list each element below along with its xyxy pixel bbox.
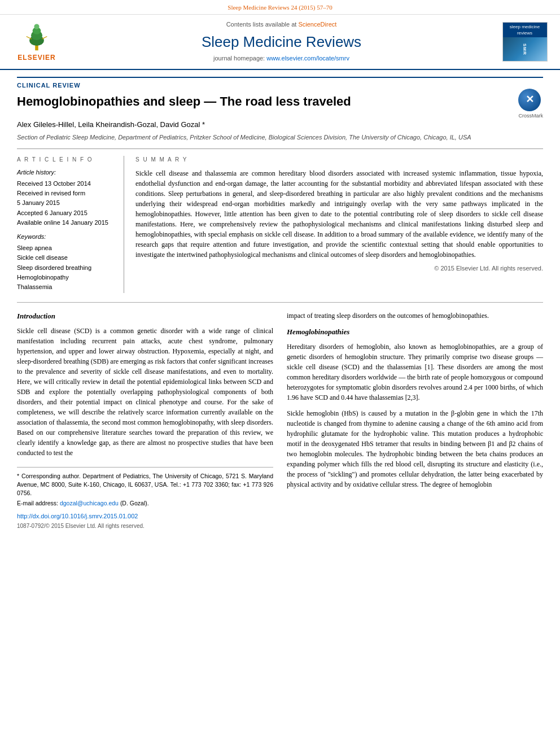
- body-left-col: Introduction Sickle cell disease (SCD) i…: [17, 311, 273, 531]
- svg-point-4: [34, 24, 39, 29]
- smr-logo-image: SMR: [503, 37, 547, 61]
- footnote-email: E-mail address: dgozal@uchicago.edu (D. …: [17, 499, 273, 508]
- affiliation: Section of Pediatric Sleep Medicine, Dep…: [17, 133, 543, 142]
- keyword-2: Sickle cell disease: [17, 254, 116, 262]
- section-tag: CLINICAL REVIEW: [17, 77, 543, 90]
- history-item-1: Received 13 October 2014: [17, 180, 116, 188]
- article-info-summary-section: A R T I C L E I N F O Article history: R…: [17, 148, 543, 293]
- crossmark-icon[interactable]: ✕: [518, 89, 541, 111]
- copyright-line: © 2015 Elsevier Ltd. All rights reserved…: [135, 264, 543, 273]
- footnote-area: * Corresponding author. Department of Pe…: [17, 467, 273, 530]
- page-container: Sleep Medicine Reviews 24 (2015) 57–70 E…: [0, 0, 560, 541]
- article-content: CLINICAL REVIEW Hemoglobinopathies and s…: [0, 70, 560, 542]
- journal-header: ELSEVIER Contents lists available at Sci…: [0, 15, 560, 69]
- article-info-heading: A R T I C L E I N F O: [17, 156, 116, 164]
- history-item-2: Received in revised form: [17, 189, 116, 198]
- hemo-para-1: Hereditary disorders of hemoglobin, also…: [287, 342, 543, 403]
- keyword-1: Sleep apnea: [17, 244, 116, 252]
- journal-title-center: Contents lists available at ScienceDirec…: [68, 20, 495, 63]
- summary-text: Sickle cell disease and thalassemia are …: [135, 168, 543, 260]
- history-item-4: Accepted 6 January 2015: [17, 209, 116, 217]
- elsevier-logo: ELSEVIER: [11, 20, 62, 63]
- section-divider: [17, 302, 543, 303]
- smr-logo-top: sleep medicine reviews: [503, 23, 547, 37]
- history-item-3: 5 January 2015: [17, 199, 116, 207]
- keyword-5: Thalassemia: [17, 283, 116, 291]
- elsevier-tree-icon: [20, 21, 54, 52]
- journal-logo-right: sleep medicine reviews SMR: [501, 20, 549, 63]
- summary-column: S U M M A R Y Sickle cell disease and th…: [135, 156, 543, 293]
- smr-logo-text: SMR: [522, 43, 528, 55]
- journal-url[interactable]: www.elsevier.com/locate/smrv: [266, 55, 349, 62]
- issn-line: 1087-0792/© 2015 Elsevier Ltd. All right…: [17, 522, 273, 530]
- intro-section-title: Introduction: [17, 311, 273, 322]
- journal-homepage: journal homepage: www.elsevier.com/locat…: [213, 54, 349, 63]
- history-item-5: Available online 14 January 2015: [17, 219, 116, 227]
- authors: Alex Gileles-Hillel, Leila Kheirandish-G…: [17, 120, 205, 129]
- article-title: Hemoglobinopathies and sleep — The road …: [17, 94, 513, 109]
- crossmark-label: CrossMark: [518, 112, 543, 120]
- doi-anchor[interactable]: http://dx.doi.org/10.1016/j.smrv.2015.01…: [17, 513, 138, 519]
- intro-continuation: impact of treating sleep disorders on th…: [287, 311, 543, 321]
- smr-logo-box: sleep medicine reviews SMR: [502, 22, 548, 62]
- crossmark-badge: ✕ CrossMark: [518, 89, 543, 120]
- top-bar: Sleep Medicine Reviews 24 (2015) 57–70: [0, 0, 560, 15]
- keyword-4: Hemoglobinopathy: [17, 273, 116, 282]
- article-info-column: A R T I C L E I N F O Article history: R…: [17, 156, 124, 293]
- body-two-col: Introduction Sickle cell disease (SCD) i…: [17, 311, 543, 531]
- sciencedirect-link[interactable]: ScienceDirect: [298, 21, 336, 28]
- email-link[interactable]: dgozal@uchicago.edu: [60, 500, 120, 506]
- doi-link: http://dx.doi.org/10.1016/j.smrv.2015.01…: [17, 512, 273, 521]
- keyword-3: Sleep disordered breathing: [17, 264, 116, 272]
- elsevier-label: ELSEVIER: [18, 53, 55, 63]
- summary-heading: S U M M A R Y: [135, 156, 543, 164]
- keywords-label: Keywords:: [17, 233, 116, 241]
- body-right-col: impact of treating sleep disorders on th…: [287, 311, 543, 531]
- hemo-section-title: Hemoglobinopathies: [287, 326, 543, 338]
- hemo-para-2: Sickle hemoglobin (HbS) is caused by a m…: [287, 408, 543, 490]
- authors-line: Alex Gileles-Hillel, Leila Kheirandish-G…: [17, 120, 543, 130]
- history-label: Article history:: [17, 168, 116, 177]
- intro-para-1: Sickle cell disease (SCD) is a common ge…: [17, 326, 273, 458]
- footnote-corresponding: * Corresponding author. Department of Pe…: [17, 472, 273, 497]
- journal-name: Sleep Medicine Reviews: [202, 32, 361, 52]
- journal-citation: Sleep Medicine Reviews 24 (2015) 57–70: [228, 4, 332, 11]
- contents-line: Contents lists available at ScienceDirec…: [226, 20, 337, 29]
